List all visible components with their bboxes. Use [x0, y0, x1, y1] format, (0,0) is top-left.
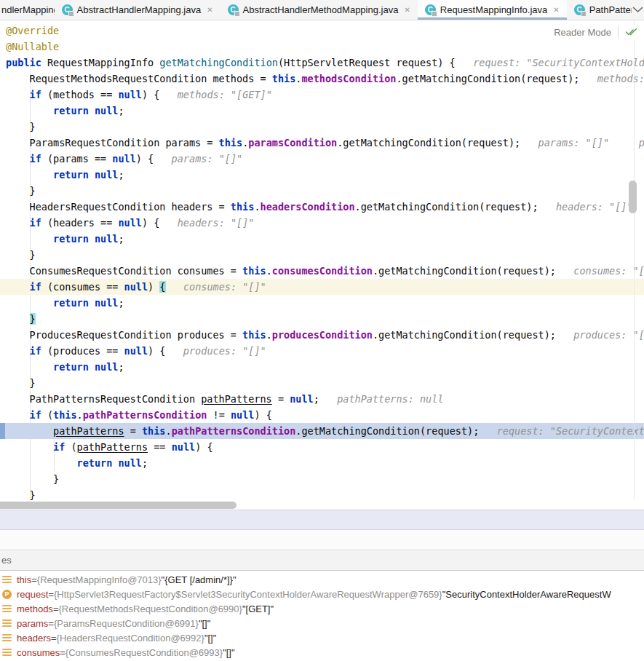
- variable-name: params: [17, 618, 48, 629]
- code-line: if (params == null) { params: "[]": [0, 151, 644, 167]
- code-line: if (methods == null) { methods: "[GET]": [0, 87, 644, 103]
- tab-close-icon[interactable]: ✕: [553, 7, 559, 14]
- vertical-scrollbar-thumb[interactable]: [629, 181, 637, 213]
- code-line: public RequestMappingInfo getMatchingCon…: [0, 55, 644, 71]
- chevron-down-icon: [632, 7, 643, 13]
- code-line: HeadersRequestCondition headers = this.h…: [0, 199, 644, 215]
- editor-tab[interactable]: ndlerMapping.jav✕: [0, 0, 55, 20]
- variable-icon: [2, 648, 12, 657]
- code-line: return null;: [0, 359, 644, 375]
- toolbar-divider: [618, 25, 619, 39]
- panel-header-label: es: [1, 555, 12, 566]
- scrollbar-track-border: [634, 20, 635, 499]
- equals-sign: =: [53, 603, 59, 614]
- variable-name: headers: [17, 633, 51, 644]
- code-line: if (headers == null) { headers: "[]": [0, 215, 644, 231]
- hidden-tabs-button[interactable]: [632, 0, 644, 20]
- variable-value: "[GET]": [242, 603, 274, 614]
- ide-window: ndlerMapping.jav✕CAbstractHandlerMapping…: [0, 0, 644, 661]
- variable-row[interactable]: headers = {HeadersRequestCondition@6992}…: [0, 630, 644, 645]
- code-line: return null;: [0, 295, 644, 311]
- variable-icon: [2, 604, 12, 614]
- tab-label: RequestMappingInfo.java: [440, 4, 547, 15]
- variable-name: this: [17, 574, 31, 585]
- tab-close-icon[interactable]: ✕: [404, 7, 410, 14]
- code-line: }: [0, 183, 644, 199]
- reader-mode-widget[interactable]: Reader Mode: [549, 25, 637, 39]
- variable-type-ref: {RequestMappingInfo@7013}: [37, 574, 162, 585]
- code-line: if (consumes == null) { consumes: "[]": [0, 279, 644, 295]
- horizontal-scrollbar-thumb[interactable]: [0, 502, 236, 509]
- code-area: @Override@Nullablepublic RequestMappingI…: [0, 23, 644, 503]
- variable-row[interactable]: params = {ParamsRequestCondition@6991} "…: [0, 616, 644, 630]
- code-line: return null;: [0, 231, 644, 247]
- class-icon: C: [574, 4, 585, 15]
- editor-tab[interactable]: CRequestMappingInfo.java✕: [418, 0, 567, 20]
- variable-value: "[]": [199, 618, 210, 629]
- tab-label: AbstractHandlerMapping.java: [77, 4, 202, 15]
- class-icon: C: [425, 4, 436, 15]
- variable-icon: [2, 575, 12, 585]
- variable-type-ref: {HttpServlet3RequestFactory$Servlet3Secu…: [54, 589, 442, 600]
- variables-list: this = {RequestMappingInfo@7013} "{GET […: [0, 571, 644, 661]
- editor-tab[interactable]: CAbstractHandlerMapping.java✕: [55, 0, 220, 20]
- equals-sign: =: [48, 618, 54, 629]
- variable-value: "SecurityContextHolderAwareRequestW: [442, 589, 611, 600]
- editor-tab[interactable]: CPathPatternsRequ: [567, 0, 632, 20]
- variable-type-ref: {RequestMethodsRequestCondition@6990}: [58, 603, 242, 614]
- equals-sign: =: [51, 633, 57, 644]
- code-line: ParamsRequestCondition params = this.par…: [0, 135, 644, 151]
- variable-row[interactable]: methods = {RequestMethodsRequestConditio…: [0, 601, 644, 616]
- variable-row[interactable]: this = {RequestMappingInfo@7013} "{GET […: [0, 572, 644, 587]
- code-line: @Override: [0, 23, 644, 39]
- code-line: }: [0, 487, 644, 503]
- editor-tab[interactable]: CAbstractHandlerMethodMapping.java✕: [220, 0, 418, 20]
- tab-close-icon[interactable]: ✕: [207, 7, 212, 14]
- variable-value: "[]": [223, 647, 234, 658]
- variable-type-ref: {HeadersRequestCondition@6992}: [57, 633, 204, 644]
- equals-sign: =: [48, 589, 54, 600]
- equals-sign: =: [60, 647, 65, 658]
- equals-sign: =: [31, 574, 37, 585]
- tab-label: PathPatternsRequ: [589, 4, 632, 15]
- variable-value: "{GET [/admin/*]}": [162, 574, 236, 585]
- code-line: ConsumesRequestCondition consumes = this…: [0, 263, 644, 279]
- code-line: }: [0, 119, 644, 135]
- inspections-ok-icon[interactable]: [625, 27, 637, 37]
- parameter-icon: P: [2, 590, 12, 599]
- code-line: RequestMethodsRequestCondition methods =…: [0, 71, 644, 87]
- code-line: PathPatternsRequestCondition pathPattern…: [0, 391, 644, 407]
- code-line: }: [0, 375, 644, 391]
- code-line: pathPatterns = this.pathPatternsConditio…: [0, 423, 644, 439]
- code-line: if (pathPatterns == null) {: [0, 439, 644, 455]
- code-line: if (produces == null) { produces: "[]": [0, 343, 644, 359]
- variable-name: consumes: [17, 647, 60, 658]
- code-editor[interactable]: @Override@Nullablepublic RequestMappingI…: [0, 20, 644, 510]
- code-line: return null;: [0, 103, 644, 119]
- tab-label: AbstractHandlerMethodMapping.java: [243, 4, 399, 15]
- class-icon: C: [228, 4, 239, 15]
- code-line: ProducesRequestCondition produces = this…: [0, 327, 644, 343]
- variable-row[interactable]: Prequest = {HttpServlet3RequestFactory$S…: [0, 587, 644, 601]
- code-line: }: [0, 247, 644, 263]
- code-line: return null;: [0, 455, 644, 471]
- code-line: }: [0, 471, 644, 487]
- variable-type-ref: {ParamsRequestCondition@6991}: [54, 618, 199, 629]
- variable-type-ref: {ConsumesRequestCondition@6993}: [65, 647, 223, 658]
- class-icon: C: [62, 4, 73, 15]
- variable-name: methods: [17, 603, 53, 614]
- tab-label: ndlerMapping.jav: [1, 4, 55, 15]
- variable-name: request: [17, 589, 48, 600]
- reader-mode-label: Reader Mode: [554, 27, 611, 38]
- variable-icon: [2, 633, 12, 643]
- variables-panel-header: es: [0, 550, 644, 571]
- tab-bar: ndlerMapping.jav✕CAbstractHandlerMapping…: [0, 0, 644, 20]
- code-line: return null;: [0, 167, 644, 183]
- variable-value: "[]": [204, 633, 216, 644]
- code-line: }: [0, 311, 644, 327]
- debug-panel-gap: [0, 530, 644, 550]
- variable-icon: [2, 619, 12, 628]
- code-line: @Nullable: [0, 39, 644, 55]
- code-line: if (this.pathPatternsCondition != null) …: [0, 407, 644, 423]
- variable-row[interactable]: consumes = {ConsumesRequestCondition@699…: [0, 645, 644, 660]
